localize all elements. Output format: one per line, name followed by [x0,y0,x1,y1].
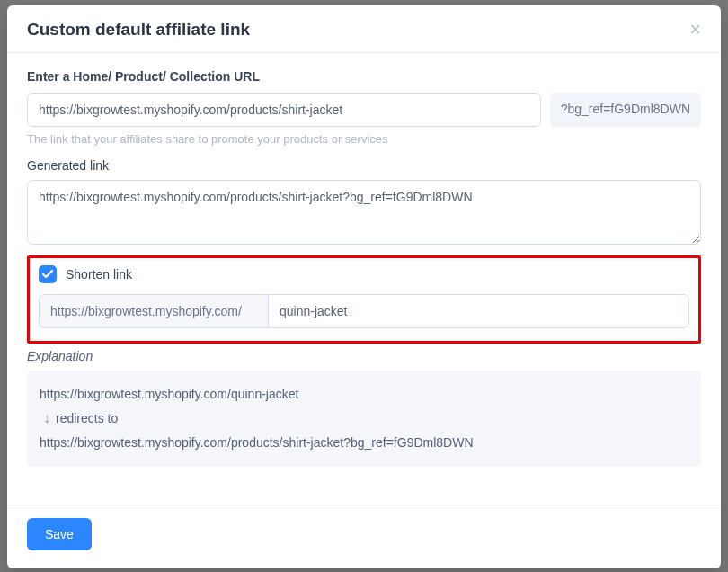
close-icon[interactable]: × [689,20,701,40]
shorten-check-row: Shorten link [39,265,689,283]
url-input[interactable] [27,93,541,127]
url-row: ?bg_ref=fG9Dml8DWN [27,93,701,127]
explanation-redirect-row: ↓ redirects to [40,406,688,432]
generated-link-textarea[interactable]: https://bixgrowtest.myshopify.com/produc… [27,180,701,245]
shorten-label: Shorten link [66,267,132,282]
explanation-box: https://bixgrowtest.myshopify.com/quinn-… [27,371,701,467]
short-slug-input[interactable] [268,294,689,328]
generated-label: Generated link [27,158,701,173]
ref-suffix: ?bg_ref=fG9Dml8DWN [550,93,701,127]
url-label: Enter a Home/ Product/ Collection URL [27,69,701,84]
explanation-label: Explanation [27,349,701,363]
shorten-input-row: https://bixgrowtest.myshopify.com/ [39,294,689,328]
shorten-checkbox[interactable] [39,265,57,283]
save-button[interactable]: Save [27,518,92,550]
url-help-text: The link that your affiliates share to p… [27,132,701,146]
modal-header: Custom default affiliate link × [7,5,721,53]
custom-affiliate-link-modal: Custom default affiliate link × Enter a … [7,5,721,568]
modal-title: Custom default affiliate link [27,20,250,40]
arrow-down-icon: ↓ [43,406,50,432]
redirects-to-text: redirects to [56,407,118,430]
check-icon [42,270,53,279]
modal-body: Enter a Home/ Product/ Collection URL ?b… [7,53,721,505]
short-base-url: https://bixgrowtest.myshopify.com/ [39,294,268,328]
shorten-highlight-box: Shorten link https://bixgrowtest.myshopi… [27,255,701,344]
modal-footer: Save [7,505,721,568]
explanation-short-url: https://bixgrowtest.myshopify.com/quinn-… [40,383,688,406]
explanation-full-url: https://bixgrowtest.myshopify.com/produc… [40,432,688,454]
